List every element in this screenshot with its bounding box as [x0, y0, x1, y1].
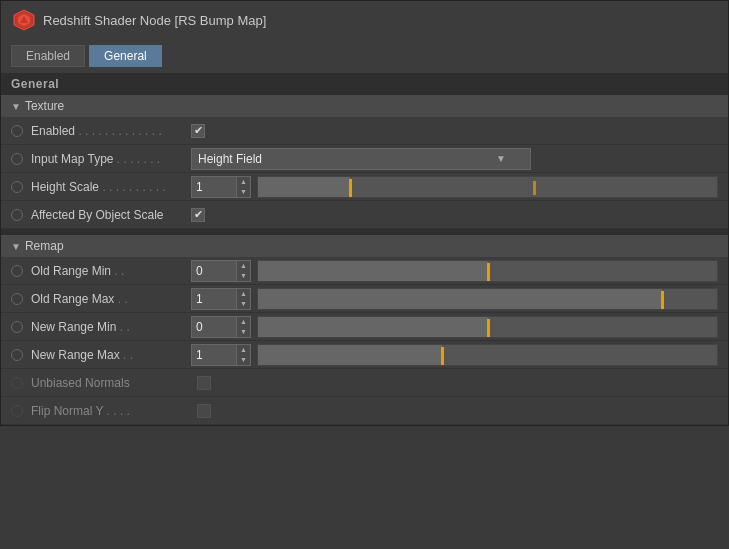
unbiased-normals-checkbox[interactable] [197, 376, 211, 390]
remap-group: ▼ Remap Old Range Min . . 0 ▲ ▼ Old Rang… [1, 235, 728, 425]
new-range-max-arrows: ▲ ▼ [236, 345, 250, 365]
dropdown-value: Height Field [198, 152, 262, 166]
old-range-min-up[interactable]: ▲ [237, 261, 250, 271]
new-range-min-value: 0 [192, 320, 236, 334]
old-range-max-up[interactable]: ▲ [237, 289, 250, 299]
new-range-max-label: New Range Max . . [31, 348, 191, 362]
window-title: Redshift Shader Node [RS Bump Map] [43, 13, 266, 28]
flip-normal-y-checkbox[interactable] [197, 404, 211, 418]
new-range-min-up[interactable]: ▲ [237, 317, 250, 327]
affected-by-object-scale-row: Affected By Object Scale ✔ [1, 201, 728, 229]
new-range-min-label: New Range Min . . [31, 320, 191, 334]
old-range-max-row: Old Range Max . . 1 ▲ ▼ [1, 285, 728, 313]
old-range-max-down[interactable]: ▼ [237, 299, 250, 309]
height-scale-arrows: ▲ ▼ [236, 177, 250, 197]
old-range-max-radio[interactable] [11, 293, 23, 305]
texture-group: ▼ Texture Enabled . . . . . . . . . . . … [1, 95, 728, 229]
enabled-checkbox[interactable]: ✔ [191, 124, 205, 138]
new-range-max-radio[interactable] [11, 349, 23, 361]
flip-normal-y-label: Flip Normal Y . . . . [31, 404, 191, 418]
new-range-max-down[interactable]: ▼ [237, 355, 250, 365]
height-scale-radio[interactable] [11, 181, 23, 193]
old-range-min-arrows: ▲ ▼ [236, 261, 250, 281]
unbiased-normals-row: Unbiased Normals [1, 369, 728, 397]
texture-group-header[interactable]: ▼ Texture [1, 95, 728, 117]
old-range-min-spinbox[interactable]: 0 ▲ ▼ [191, 260, 251, 282]
old-range-min-slider[interactable] [257, 260, 718, 282]
enabled-label: Enabled . . . . . . . . . . . . . [31, 124, 191, 138]
new-range-max-value: 1 [192, 348, 236, 362]
old-range-min-value: 0 [192, 264, 236, 278]
tab-general[interactable]: General [89, 45, 162, 67]
texture-arrow-icon: ▼ [11, 101, 21, 112]
old-range-max-spinbox[interactable]: 1 ▲ ▼ [191, 288, 251, 310]
old-range-min-down[interactable]: ▼ [237, 271, 250, 281]
height-scale-up[interactable]: ▲ [237, 177, 250, 187]
affected-label: Affected By Object Scale [31, 208, 191, 222]
unbiased-normals-radio[interactable] [11, 377, 23, 389]
affected-checkbox[interactable]: ✔ [191, 208, 205, 222]
new-range-min-spinbox[interactable]: 0 ▲ ▼ [191, 316, 251, 338]
new-range-max-spinbox[interactable]: 1 ▲ ▼ [191, 344, 251, 366]
tab-basic[interactable]: Enabled [11, 45, 85, 67]
old-range-max-label: Old Range Max . . [31, 292, 191, 306]
height-scale-spinbox[interactable]: 1 ▲ ▼ [191, 176, 251, 198]
old-range-min-radio[interactable] [11, 265, 23, 277]
enabled-radio[interactable] [11, 125, 23, 137]
new-range-min-row: New Range Min . . 0 ▲ ▼ [1, 313, 728, 341]
old-range-max-arrows: ▲ ▼ [236, 289, 250, 309]
section-general-header: General [1, 73, 728, 95]
height-scale-down[interactable]: ▼ [237, 187, 250, 197]
texture-group-label: Texture [25, 99, 64, 113]
height-scale-slider[interactable] [257, 176, 718, 198]
tab-bar: Enabled General [1, 39, 728, 73]
new-range-min-slider[interactable] [257, 316, 718, 338]
old-range-min-label: Old Range Min . . [31, 264, 191, 278]
flip-normal-y-radio[interactable] [11, 405, 23, 417]
height-scale-value: 1 [192, 180, 236, 194]
redshift-icon [13, 9, 35, 31]
remap-arrow-icon: ▼ [11, 241, 21, 252]
remap-group-header[interactable]: ▼ Remap [1, 235, 728, 257]
unbiased-normals-label: Unbiased Normals [31, 376, 191, 390]
old-range-max-slider[interactable] [257, 288, 718, 310]
main-window: Redshift Shader Node [RS Bump Map] Enabl… [0, 0, 729, 426]
new-range-min-down[interactable]: ▼ [237, 327, 250, 337]
title-bar: Redshift Shader Node [RS Bump Map] [1, 1, 728, 39]
new-range-min-radio[interactable] [11, 321, 23, 333]
height-scale-row: Height Scale . . . . . . . . . . 1 ▲ ▼ [1, 173, 728, 201]
input-map-type-label: Input Map Type . . . . . . . [31, 152, 191, 166]
remap-group-label: Remap [25, 239, 64, 253]
affected-checkbox-container: ✔ [191, 208, 205, 222]
new-range-min-arrows: ▲ ▼ [236, 317, 250, 337]
new-range-max-up[interactable]: ▲ [237, 345, 250, 355]
enabled-row: Enabled . . . . . . . . . . . . . ✔ [1, 117, 728, 145]
input-map-type-dropdown[interactable]: Height Field ▼ [191, 148, 531, 170]
affected-radio[interactable] [11, 209, 23, 221]
enabled-checkbox-container: ✔ [191, 124, 205, 138]
new-range-max-slider[interactable] [257, 344, 718, 366]
old-range-min-row: Old Range Min . . 0 ▲ ▼ [1, 257, 728, 285]
input-map-type-radio[interactable] [11, 153, 23, 165]
dropdown-arrow-icon: ▼ [496, 153, 506, 164]
old-range-max-value: 1 [192, 292, 236, 306]
flip-normal-y-row: Flip Normal Y . . . . [1, 397, 728, 425]
new-range-max-row: New Range Max . . 1 ▲ ▼ [1, 341, 728, 369]
height-scale-label: Height Scale . . . . . . . . . . [31, 180, 191, 194]
input-map-type-row: Input Map Type . . . . . . . Height Fiel… [1, 145, 728, 173]
